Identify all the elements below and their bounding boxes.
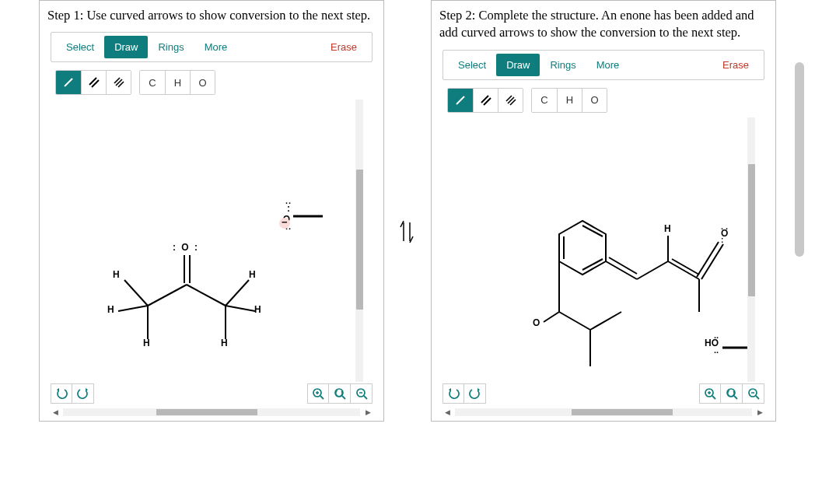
svg-line-0 <box>65 79 72 86</box>
double-bond-tool[interactable] <box>473 89 498 112</box>
single-bond-tool[interactable] <box>56 71 81 94</box>
hscroll-right-arrow[interactable]: ▶ <box>755 408 764 416</box>
svg-marker-34 <box>559 221 606 275</box>
h-label-5: H <box>254 304 261 315</box>
atom-h-button[interactable]: H <box>557 89 582 112</box>
atom-o-button[interactable]: O <box>190 71 215 94</box>
svg-line-54 <box>712 396 715 399</box>
o-single-label: O <box>533 317 540 328</box>
tab-more[interactable]: More <box>586 54 630 76</box>
hscroll-left-arrow[interactable]: ◀ <box>442 408 452 416</box>
step1-bottom-bar <box>51 383 373 404</box>
step1-panel: Step 1: Use curved arrows to show conver… <box>39 0 384 422</box>
tab-select[interactable]: Select <box>448 54 496 76</box>
atom-group: C H O <box>139 70 215 95</box>
zoom-group <box>699 383 764 404</box>
zoom-reset-button[interactable] <box>329 383 351 404</box>
tab-select[interactable]: Select <box>56 36 104 58</box>
step1-canvas[interactable]: : O : H H H H H H .. : O .. − <box>51 100 363 380</box>
atom-h-button[interactable]: H <box>165 71 190 94</box>
undo-redo-group <box>442 383 486 404</box>
step1-prompt: Step 1: Use curved arrows to show conver… <box>47 7 376 24</box>
step2-bottom-bar <box>442 383 764 404</box>
atom-c-button[interactable]: C <box>140 71 165 94</box>
svg-line-11 <box>118 306 148 311</box>
zoom-group <box>307 383 373 404</box>
tab-draw[interactable]: Draw <box>496 54 540 76</box>
equilibrium-arrow-icon <box>397 218 418 246</box>
ho-label: .. HO .. <box>705 334 719 352</box>
hscroll-left-arrow[interactable]: ◀ <box>51 408 60 416</box>
triple-bond-tool[interactable] <box>106 71 131 94</box>
svg-line-45 <box>701 244 723 279</box>
h-label: H <box>664 223 671 234</box>
o-lonepair-label: : O : <box>173 242 199 253</box>
single-bond-tool[interactable] <box>448 89 473 112</box>
tab-erase[interactable]: Erase <box>712 54 759 76</box>
svg-line-40 <box>637 261 668 279</box>
svg-line-50 <box>590 312 621 330</box>
svg-line-24 <box>364 396 367 399</box>
zoom-in-button[interactable] <box>699 383 721 404</box>
vscroll-thumb[interactable] <box>356 170 364 310</box>
svg-line-8 <box>148 285 187 306</box>
svg-line-48 <box>544 312 559 322</box>
step2-panel: Step 2: Complete the structure. An enone… <box>431 0 776 422</box>
h-label-1: H <box>113 269 120 280</box>
svg-line-22 <box>342 396 345 399</box>
svg-line-44 <box>697 242 719 277</box>
step2-prompt: Step 2: Complete the structure. An enone… <box>439 7 768 42</box>
step1-tool-row: C H O <box>51 67 373 100</box>
tab-more[interactable]: More <box>194 36 238 58</box>
page-vertical-scrollbar[interactable] <box>793 0 806 422</box>
hscroll-thumb[interactable] <box>156 409 257 415</box>
step2-horizontal-scrollbar[interactable]: ◀ ▶ <box>442 407 764 418</box>
step1-horizontal-scrollbar[interactable]: ◀ ▶ <box>51 407 373 418</box>
tab-rings[interactable]: Rings <box>540 54 586 76</box>
vscroll-thumb[interactable] <box>748 164 756 296</box>
step2-vertical-scrollbar[interactable] <box>747 117 757 382</box>
tab-rings[interactable]: Rings <box>148 36 194 58</box>
undo-button[interactable] <box>442 383 464 404</box>
step1-vertical-scrollbar[interactable] <box>355 100 365 381</box>
hscroll-right-arrow[interactable]: ▶ <box>363 408 373 416</box>
undo-button[interactable] <box>51 383 72 404</box>
svg-line-13 <box>226 280 249 306</box>
svg-line-28 <box>456 96 464 104</box>
bond-group <box>447 88 523 113</box>
step2-canvas-wrap: H . . O : O .. HO .. <box>442 117 764 382</box>
step2-tab-bar: Select Draw Rings More Erase <box>442 50 764 80</box>
step2-tool-row: C H O <box>442 85 764 117</box>
h-label-4: H <box>249 269 256 280</box>
svg-line-60 <box>756 396 759 399</box>
step1-structure <box>51 100 373 380</box>
svg-line-14 <box>226 306 255 311</box>
svg-line-49 <box>559 312 590 330</box>
step1-canvas-wrap: : O : H H H H H H .. : O .. − <box>51 100 373 381</box>
zoom-out-button[interactable] <box>743 383 764 404</box>
zoom-reset-button[interactable] <box>721 383 743 404</box>
o-double-bond-label: . . O : <box>721 225 728 242</box>
atom-group: C H O <box>531 88 607 113</box>
step2-canvas[interactable]: H . . O : O .. HO .. <box>442 117 755 382</box>
page-scroll-thumb[interactable] <box>795 62 804 257</box>
triple-bond-tool[interactable] <box>498 89 523 112</box>
step1-tab-bar: Select Draw Rings More Erase <box>51 32 373 62</box>
redo-button[interactable] <box>464 383 486 404</box>
redo-button[interactable] <box>72 383 94 404</box>
zoom-in-button[interactable] <box>307 383 329 404</box>
hscroll-thumb[interactable] <box>572 409 673 415</box>
h-label-2: H <box>107 304 114 315</box>
bond-group <box>55 70 131 95</box>
undo-redo-group <box>51 383 94 404</box>
atom-c-button[interactable]: C <box>532 89 557 112</box>
svg-line-41 <box>668 261 699 279</box>
zoom-out-button[interactable] <box>351 383 373 404</box>
atom-o-button[interactable]: O <box>582 89 607 112</box>
svg-line-18 <box>320 396 324 399</box>
double-bond-tool[interactable] <box>81 71 106 94</box>
svg-line-10 <box>124 280 148 306</box>
tab-erase[interactable]: Erase <box>320 36 367 58</box>
svg-line-9 <box>187 285 226 306</box>
tab-draw[interactable]: Draw <box>104 36 148 58</box>
